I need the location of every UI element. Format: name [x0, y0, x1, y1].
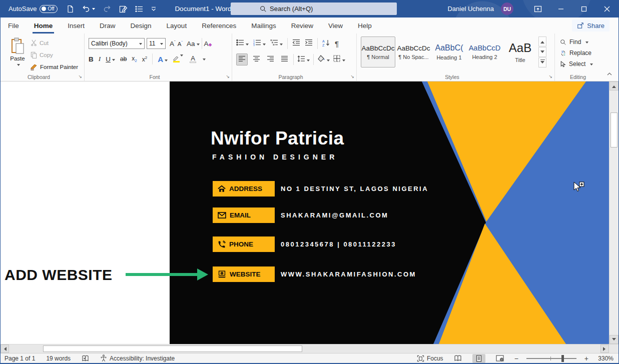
collapse-ribbon-icon[interactable]	[606, 69, 612, 78]
share-button[interactable]: Share	[572, 20, 609, 32]
line-spacing-button[interactable]	[297, 55, 310, 64]
text-effects-dropdown-icon[interactable]	[165, 60, 168, 63]
page-indicator[interactable]: Page 1 of 1	[5, 355, 35, 362]
autosave-switch-icon[interactable]: Off	[40, 5, 58, 13]
shrink-font-button[interactable]: Aˇ	[178, 40, 183, 47]
tab-design[interactable]: Design	[123, 18, 159, 34]
horizontal-scroll-thumb[interactable]	[43, 346, 302, 352]
accessibility-status[interactable]: Accessibility: Investigate	[100, 354, 175, 362]
increase-indent-button[interactable]	[305, 39, 313, 48]
horizontal-scrollbar[interactable]	[1, 344, 618, 353]
font-name-select[interactable]: Calibri (Body)	[89, 38, 145, 49]
underline-button[interactable]: U	[106, 56, 115, 63]
document-page[interactable]	[1, 82, 170, 344]
tab-mailings[interactable]: Mailings	[244, 18, 284, 34]
font-dialog-launcher-icon[interactable]: ↘	[226, 74, 230, 79]
tab-draw[interactable]: Draw	[92, 18, 123, 34]
styles-dialog-launcher-icon[interactable]: ↘	[548, 74, 552, 79]
multilevel-list-button[interactable]	[270, 39, 283, 48]
tab-references[interactable]: References	[194, 18, 244, 34]
justify-button[interactable]	[279, 54, 290, 66]
zoom-slider-handle[interactable]	[561, 355, 564, 362]
highlight-dropdown-icon[interactable]	[180, 54, 183, 58]
subscript-button[interactable]: x2	[132, 55, 137, 63]
strikethrough-button[interactable]: ab	[120, 56, 127, 62]
bold-button[interactable]: B	[89, 56, 94, 63]
scroll-up-icon[interactable]	[609, 82, 618, 90]
borders-dropdown-icon[interactable]	[342, 60, 345, 63]
zoom-slider[interactable]	[526, 358, 576, 359]
align-center-button[interactable]	[251, 54, 262, 66]
tab-insert[interactable]: Insert	[60, 18, 92, 34]
new-doc-icon[interactable]	[67, 5, 74, 13]
style-heading1[interactable]: AaBbC( Heading 1	[432, 36, 466, 68]
qat-more-icon[interactable]	[151, 6, 157, 12]
shading-button[interactable]	[317, 55, 330, 64]
replace-button[interactable]: bc Replace	[560, 50, 591, 56]
scroll-down-icon[interactable]	[609, 335, 618, 344]
style-no-spacing[interactable]: AaBbCcDc ¶ No Spac...	[396, 36, 431, 68]
scroll-left-icon[interactable]	[1, 344, 9, 353]
editor-icon[interactable]	[119, 5, 128, 13]
zoom-out-icon[interactable]: −	[514, 354, 518, 362]
font-color-button[interactable]: A	[190, 56, 196, 63]
find-dropdown-icon[interactable]	[585, 42, 588, 45]
proofing-icon[interactable]	[82, 355, 89, 362]
style-title[interactable]: AaB Title	[503, 36, 537, 68]
ribbon-display-icon[interactable]	[526, 0, 549, 18]
avatar[interactable]: DU	[501, 2, 513, 15]
styles-scroll-up-icon[interactable]	[538, 36, 546, 46]
font-color-dropdown-icon[interactable]	[203, 58, 206, 62]
highlight-button[interactable]	[173, 56, 180, 62]
line-spacing-dropdown-icon[interactable]	[307, 60, 310, 63]
tab-help[interactable]: Help	[350, 18, 379, 34]
pilcrow-button[interactable]: ¶	[335, 40, 339, 48]
search-bar[interactable]	[231, 2, 397, 15]
multilevel-dropdown-icon[interactable]	[280, 44, 283, 47]
focus-button[interactable]: Focus	[417, 355, 443, 362]
styles-gallery-more-icon[interactable]	[538, 58, 546, 68]
zoom-in-icon[interactable]: +	[584, 354, 588, 362]
web-layout-button[interactable]	[493, 354, 506, 363]
scroll-right-icon[interactable]	[600, 344, 609, 353]
maximize-icon[interactable]	[572, 0, 595, 18]
shading-dropdown-icon[interactable]	[327, 60, 330, 63]
paragraph-dialog-launcher-icon[interactable]: ↘	[350, 74, 354, 79]
borders-button[interactable]	[333, 55, 345, 64]
superscript-button[interactable]: x2	[142, 56, 147, 63]
vertical-scrollbar[interactable]	[609, 82, 618, 344]
font-size-select[interactable]: 11	[147, 38, 166, 49]
underline-dropdown-icon[interactable]	[112, 59, 115, 62]
autosave-toggle[interactable]: AutoSave Off	[9, 5, 58, 13]
read-mode-button[interactable]	[451, 354, 464, 363]
tab-file[interactable]: File	[1, 18, 27, 34]
list-icon[interactable]	[135, 6, 143, 12]
style-normal[interactable]: AaBbCcDc ¶ Normal	[361, 36, 395, 68]
styles-scroll-down-icon[interactable]	[538, 47, 546, 57]
user-name[interactable]: Daniel Uchenna	[447, 5, 494, 12]
paste-dropdown-icon[interactable]	[17, 64, 20, 68]
business-card[interactable]: Nwifor Patricia FASHION DESIGNER ADDRESS…	[170, 82, 610, 344]
change-case-button[interactable]: Aa	[187, 40, 200, 48]
text-effects-button[interactable]: A	[158, 55, 168, 64]
find-button[interactable]: Find	[560, 38, 588, 46]
sort-button[interactable]: AZ	[322, 39, 330, 48]
word-count[interactable]: 19 words	[46, 355, 71, 362]
zoom-level[interactable]: 330%	[596, 355, 613, 362]
tab-view[interactable]: View	[321, 18, 350, 34]
tab-review[interactable]: Review	[284, 18, 321, 34]
grow-font-button[interactable]: Aˆ	[170, 40, 176, 48]
tab-home[interactable]: Home	[27, 18, 61, 34]
undo-dropdown-icon[interactable]	[92, 8, 95, 12]
align-left-button[interactable]	[236, 54, 248, 66]
bullets-dropdown-icon[interactable]	[246, 44, 249, 47]
print-layout-button[interactable]	[472, 354, 485, 363]
tab-layout[interactable]: Layout	[159, 18, 195, 34]
paste-button[interactable]: Paste	[7, 38, 29, 68]
bullets-button[interactable]	[236, 39, 249, 48]
numbering-dropdown-icon[interactable]	[263, 44, 266, 47]
undo-icon[interactable]	[82, 5, 95, 12]
italic-button[interactable]: I	[99, 55, 101, 63]
align-right-button[interactable]	[265, 54, 276, 66]
select-dropdown-icon[interactable]	[590, 64, 593, 67]
